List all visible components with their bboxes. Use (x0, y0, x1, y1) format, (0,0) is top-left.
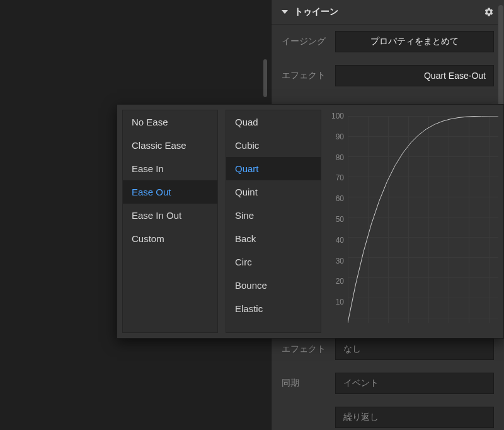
ease-function-item[interactable]: Back (226, 227, 321, 250)
ease-function-item[interactable]: Sine (226, 204, 321, 227)
y-tick-label: 10 (329, 298, 346, 306)
ease-curve (348, 116, 498, 323)
y-tick-label: 90 (329, 132, 346, 141)
ease-function-list: QuadCubicQuartQuintSineBackCircBounceEla… (226, 110, 321, 333)
ease-category-item[interactable]: Custom (123, 227, 217, 250)
y-tick-label: 70 (329, 173, 346, 182)
effect-top-dropdown[interactable]: Quart Ease-Out (335, 65, 494, 86)
easing-row: イージング プロパティをまとめて (272, 25, 504, 59)
effect-bottom-label: エフェクト (282, 344, 335, 355)
ease-category-item[interactable]: Ease Out (123, 180, 217, 204)
ease-function-item[interactable]: Bounce (226, 274, 321, 297)
repeat-dropdown[interactable]: 繰り返し (335, 407, 494, 428)
ease-category-item[interactable]: Ease In (123, 157, 217, 180)
ease-category-list: No EaseClassic EaseEase InEase OutEase I… (122, 110, 218, 333)
sync-row: 同期 イベント (272, 366, 504, 400)
sync-value: イベント (343, 378, 379, 389)
easing-value: プロパティをまとめて (370, 36, 459, 47)
effect-top-row: エフェクト Quart Ease-Out (272, 59, 504, 93)
ease-function-item[interactable]: Quart (226, 157, 321, 180)
ease-category-item[interactable]: Classic Ease (123, 134, 217, 157)
repeat-value: 繰り返し (343, 412, 379, 423)
ease-function-item[interactable]: Quad (226, 110, 321, 134)
y-tick-label: 30 (329, 257, 346, 265)
chevron-down-icon (282, 10, 288, 14)
ease-function-item[interactable]: Cubic (226, 134, 321, 157)
effect-bottom-dropdown[interactable]: なし (335, 339, 494, 360)
gear-icon[interactable] (484, 7, 494, 17)
mini-scrollbar[interactable] (263, 59, 267, 97)
effect-top-label: エフェクト (282, 70, 335, 81)
effect-top-value: Quart Ease-Out (424, 71, 486, 81)
easing-popup: No EaseClassic EaseEase InEase OutEase I… (117, 104, 504, 339)
easing-dropdown[interactable]: プロパティをまとめて (335, 31, 494, 52)
y-tick-label: 100 (329, 112, 346, 120)
y-tick-label: 60 (329, 194, 346, 203)
repeat-row: 繰り返し (272, 400, 504, 430)
ease-category-item[interactable]: No Ease (123, 110, 217, 134)
tween-section-header[interactable]: トゥイーン (272, 0, 504, 25)
easing-label: イージング (282, 36, 335, 47)
sync-dropdown[interactable]: イベント (335, 373, 494, 394)
y-tick-label: 40 (329, 236, 346, 245)
ease-function-item[interactable]: Elastic (226, 297, 321, 320)
section-title: トゥイーン (294, 6, 484, 18)
ease-category-item[interactable]: Ease In Out (123, 204, 217, 227)
sync-label: 同期 (282, 378, 335, 389)
y-tick-label: 50 (329, 215, 346, 224)
y-tick-label: 20 (329, 277, 346, 286)
ease-function-item[interactable]: Circ (226, 250, 321, 274)
y-tick-label: 80 (329, 153, 346, 162)
effect-bottom-value: なし (343, 344, 361, 355)
ease-preview-graph: 100908070605040302010 (329, 110, 498, 333)
ease-function-item[interactable]: Quint (226, 180, 321, 204)
